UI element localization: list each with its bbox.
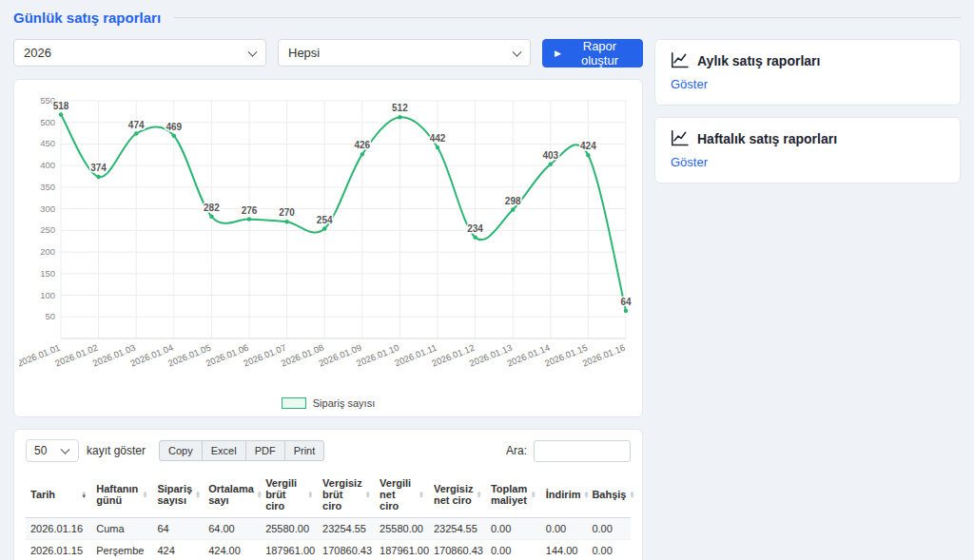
- sort-icon: ▲▼: [477, 491, 482, 499]
- svg-text:400: 400: [40, 160, 55, 170]
- column-header-vergili-br-t-ciro[interactable]: Vergili brüt ciro▲▼: [261, 472, 318, 518]
- column-header-sipari-say-s-[interactable]: Sipariş sayısı▲▼: [152, 472, 204, 518]
- svg-text:100: 100: [40, 290, 55, 300]
- table-body: 2026.01.16Cuma6464.0025580.0023254.55255…: [26, 518, 631, 560]
- chart-point-label: 469: [166, 122, 182, 132]
- column-header-label: İndirim: [546, 489, 581, 500]
- table-cell: 64: [152, 518, 204, 540]
- daily-orders-chart-card: 501001502002503003504004505005502026.01.…: [13, 79, 643, 417]
- svg-text:500: 500: [40, 117, 55, 127]
- table-cell: 0.00: [541, 518, 588, 540]
- column-header-i-ndirim[interactable]: İndirim▲▼: [541, 472, 588, 518]
- svg-text:150: 150: [40, 268, 55, 279]
- export-excel-button[interactable]: Excel: [202, 440, 246, 461]
- svg-text:350: 350: [40, 182, 55, 192]
- sort-icon: ▲▼: [81, 491, 87, 499]
- year-select[interactable]: 2026: [13, 39, 266, 67]
- chart-point-label: 424: [580, 141, 596, 151]
- table-cell: 23254.55: [318, 518, 375, 540]
- table-cell: 424.00: [204, 540, 261, 560]
- svg-text:50: 50: [45, 311, 55, 321]
- chart-point-label: 64: [620, 297, 632, 307]
- page-length-wrap: 50: [26, 439, 79, 462]
- svg-text:2026.01.16: 2026.01.16: [581, 342, 627, 369]
- line-chart-icon: [671, 130, 689, 146]
- daily-sales-table-card: 50 kayıt göster CopyExcelPDFPrint Ara:: [13, 429, 643, 560]
- column-header-vergisiz-net-ciro[interactable]: Vergisiz net ciro▲▼: [429, 472, 486, 518]
- sales-table: Tarih▲▼Haftanın günü▲▼Sipariş sayısı▲▼Or…: [26, 472, 631, 560]
- table-toolbar: 50 kayıt göster CopyExcelPDFPrint Ara:: [26, 439, 631, 462]
- page: Günlük satış raporları 2026 Hepsi ▶ Rapo…: [0, 0, 974, 560]
- column-header-label: Tarih: [30, 489, 55, 500]
- table-cell: 187961.00: [375, 540, 429, 560]
- chart-point-label: 282: [204, 203, 220, 213]
- svg-text:2026.01.10: 2026.01.10: [355, 342, 400, 369]
- chart-point-label: 270: [279, 207, 295, 218]
- weekly-reports-title: Haftalık satış raporları: [697, 131, 837, 146]
- table-cell: 0.00: [486, 540, 541, 560]
- table-cell: 187961.00: [261, 540, 318, 560]
- page-title: Günlük satış raporları: [13, 10, 161, 26]
- table-cell: Perşembe: [91, 540, 152, 560]
- table-cell: 170860.43: [318, 540, 375, 560]
- sort-icon: ▲▼: [195, 491, 201, 499]
- main-column: 2026 Hepsi ▶ Rapor oluştur 5010015020025…: [13, 39, 643, 560]
- table-cell: 23254.55: [429, 518, 486, 540]
- orders-line-chart: 501001502002503003504004505005502026.01.…: [19, 87, 635, 392]
- table-cell: 424: [152, 540, 204, 560]
- export-pdf-button[interactable]: PDF: [245, 440, 285, 461]
- chart-point-label: 298: [505, 196, 521, 206]
- column-header-toplam-maliyet[interactable]: Toplam maliyet▲▼: [486, 472, 541, 518]
- search-input[interactable]: [534, 440, 631, 462]
- sort-icon: ▲▼: [257, 491, 263, 499]
- page-length-label: kayıt göster: [87, 444, 146, 457]
- table-cell: 64.00: [204, 518, 261, 540]
- chart-point-label: 518: [53, 101, 69, 111]
- chart-point-label: 512: [392, 103, 408, 113]
- weekly-reports-title-row: Haftalık satış raporları: [671, 130, 945, 146]
- svg-text:300: 300: [40, 203, 55, 214]
- column-header-vergili-net-ciro[interactable]: Vergili net ciro▲▼: [375, 472, 429, 518]
- monthly-reports-title-row: Aylık satış raporları: [671, 52, 945, 68]
- table-cell: 170860.43: [429, 540, 486, 560]
- chart-legend[interactable]: Sipariş sayısı: [19, 397, 637, 409]
- sort-icon: ▲▼: [307, 491, 313, 499]
- sort-icon: ▲▼: [365, 491, 371, 499]
- monthly-reports-show-link[interactable]: Göster: [671, 77, 708, 91]
- table-cell: 25580.00: [261, 518, 318, 540]
- export-print-button[interactable]: Print: [284, 440, 325, 461]
- weekly-reports-show-link[interactable]: Göster: [671, 155, 708, 169]
- sort-icon: ▲▼: [629, 491, 634, 499]
- table-row: 2026.01.15Perşembe424424.00187961.001708…: [26, 540, 631, 560]
- column-header-vergisiz-br-t-ciro[interactable]: Vergisiz brüt ciro▲▼: [318, 472, 375, 518]
- side-column: Aylık satış raporları Göster Haftalık sa…: [654, 39, 961, 183]
- export-copy-button[interactable]: Copy: [159, 440, 203, 461]
- svg-text:450: 450: [40, 138, 55, 148]
- table-cell: 0.00: [587, 518, 631, 540]
- sort-icon: ▲▼: [531, 491, 536, 499]
- generate-report-button[interactable]: ▶ Rapor oluştur: [542, 39, 643, 68]
- legend-swatch: [282, 397, 306, 409]
- column-header-label: Vergisiz brüt ciro: [322, 477, 362, 512]
- column-header-label: Toplam maliyet: [491, 483, 528, 506]
- year-select-wrap: 2026: [13, 39, 266, 68]
- legend-label: Sipariş sayısı: [313, 397, 375, 409]
- filter-select[interactable]: Hepsi: [278, 39, 531, 67]
- table-cell: 144.00: [541, 540, 588, 560]
- chart-point-label: 403: [542, 150, 558, 161]
- sort-icon: ▲▼: [419, 491, 424, 499]
- report-controls: 2026 Hepsi ▶ Rapor oluştur: [13, 39, 643, 68]
- column-header-tarih[interactable]: Tarih▲▼: [26, 472, 91, 518]
- weekly-reports-card: Haftalık satış raporları Göster: [654, 117, 961, 183]
- search-box: Ara:: [506, 440, 631, 462]
- header-divider: [174, 17, 961, 18]
- chart-point-label: 474: [128, 120, 145, 130]
- svg-text:250: 250: [40, 224, 55, 235]
- column-header-bah-i-[interactable]: Bahşiş▲▼: [587, 472, 631, 518]
- monthly-reports-card: Aylık satış raporları Göster: [654, 39, 961, 106]
- sort-icon: ▲▼: [583, 491, 589, 499]
- column-header-haftan-n-g-n-[interactable]: Haftanın günü▲▼: [91, 472, 152, 518]
- column-header-ortalama-say-[interactable]: Ortalama sayı▲▼: [204, 472, 261, 518]
- page-length-select[interactable]: 50: [26, 439, 79, 462]
- table-cell: 25580.00: [375, 518, 429, 540]
